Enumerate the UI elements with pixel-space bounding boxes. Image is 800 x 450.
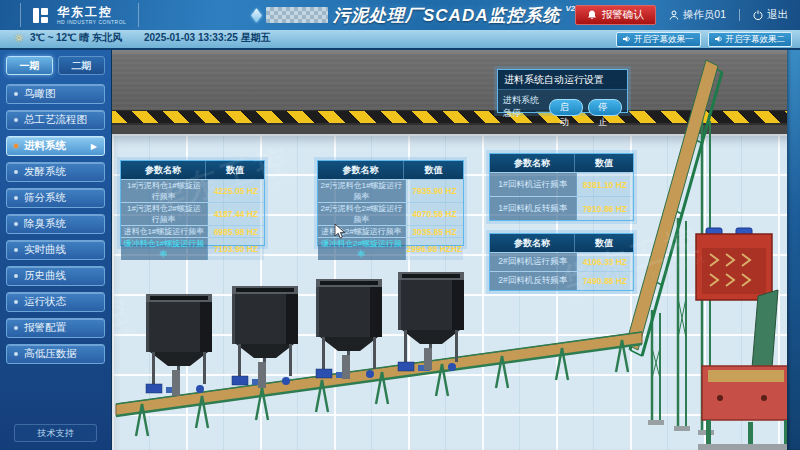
bullet-icon (14, 352, 18, 356)
bullet-icon (14, 326, 18, 330)
table-row: 1#污泥料仓1#螺旋运行频率4225.05 HZ (121, 179, 264, 202)
tab-phase-1[interactable]: 一期 (6, 56, 53, 75)
bullet-icon (14, 196, 18, 200)
sidebar-nav: 一期 二期 鸟瞰图 总工艺流程图 进料系统 ▶ 发酵系统 筛分系统 除臭系统 实… (0, 48, 112, 450)
title-text: 污泥处理厂SCADA监控系统 (333, 4, 560, 27)
main-3d-viewport: 进料系统自动运行设置 进料系统急停 启动 停止 参数名称数值 1#污泥料仓1#螺… (112, 48, 800, 450)
start-button[interactable]: 启动 (549, 99, 583, 116)
return-feeder-machine (696, 228, 778, 368)
bullet-icon (14, 248, 18, 252)
sidebar-item-birdview[interactable]: 鸟瞰图 (6, 84, 105, 104)
chevron-right-icon: ▶ (91, 142, 97, 151)
data-panel-line1: 参数名称数值 1#污泥料仓1#螺旋运行频率4225.05 HZ 1#污泥料仓2#… (120, 160, 265, 246)
table-row: 缓冲料仓1#螺旋运行频率7103.90 HZ (121, 237, 264, 260)
table-row: 2#污泥料仓1#螺旋运行频率7935.90 HZ (318, 179, 463, 202)
logo-subtitle: HD INDUSTRY CONTROL (57, 20, 126, 25)
logout-button[interactable]: 退出 (753, 8, 788, 22)
bullet-icon (14, 300, 18, 304)
page-title: 污泥处理厂SCADA监控系统 V2.0.1 (252, 0, 603, 30)
sidebar-item-history-curve[interactable]: 历史曲线 (6, 266, 105, 286)
bullet-icon (14, 118, 18, 122)
bullet-icon (14, 274, 18, 278)
bullet-icon (14, 144, 18, 148)
sidebar-item-fermentation[interactable]: 发酵系统 (6, 162, 105, 182)
marquee-effect-2-button[interactable]: 开启字幕效果二 (708, 32, 793, 47)
table-row: 1#回料机运行频率8381.10 HZ (490, 172, 633, 196)
stop-button[interactable]: 停止 (588, 99, 622, 116)
divider (739, 9, 740, 21)
data-panel-feeder1: 参数名称数值 1#回料机运行频率8381.10 HZ 1#回料机反转频率7910… (489, 153, 634, 221)
sun-icon: ☼ (14, 32, 24, 45)
sidebar-item-process-flow[interactable]: 总工艺流程图 (6, 110, 105, 130)
power-icon (753, 10, 763, 20)
sidebar-item-alarm-config[interactable]: 报警配置 (6, 318, 105, 338)
marquee-effect-1-button[interactable]: 开启字幕效果一 (616, 32, 701, 47)
status-bar: ☼ 3℃ ~ 12℃ 晴 东北风 2025-01-03 13:33:25 星期五… (0, 30, 800, 50)
viewport-edge-band (787, 48, 800, 450)
speaker-icon (623, 35, 631, 45)
diamond-icon (251, 8, 262, 23)
bell-icon (587, 10, 597, 20)
sidebar-item-hv-lv-data[interactable]: 高低压数据 (6, 344, 105, 364)
table-row: 2#回料机运行频率4106.33 HZ (490, 252, 633, 271)
operator-menu[interactable]: 操作员01 (669, 8, 726, 22)
sidebar-item-running-status[interactable]: 运行状态 (6, 292, 105, 312)
alarm-confirm-button[interactable]: 报警确认 (575, 5, 656, 25)
estop-label: 进料系统急停 (503, 94, 544, 120)
speaker-icon (715, 35, 723, 45)
bullet-icon (14, 170, 18, 174)
sidebar-item-realtime-curve[interactable]: 实时曲线 (6, 240, 105, 260)
auto-run-settings-panel: 进料系统自动运行设置 进料系统急停 启动 停止 (497, 69, 628, 113)
tab-phase-2[interactable]: 二期 (58, 56, 105, 75)
sidebar-item-deodorization[interactable]: 除臭系统 (6, 214, 105, 234)
logo-icon (33, 8, 49, 23)
table-row: 1#回料机反转频率7910.86 HZ (490, 196, 633, 220)
panel-title: 进料系统自动运行设置 (498, 70, 627, 90)
table-row: 2#回料机反转频率7490.88 HZ (490, 271, 633, 290)
sidebar-item-feeding-system[interactable]: 进料系统 ▶ (6, 136, 105, 156)
brand-logo: 华东工控 HD INDUSTRY CONTROL (20, 3, 139, 27)
censored-plant-name (266, 7, 328, 23)
bullet-icon (14, 222, 18, 226)
logo-title: 华东工控 (57, 6, 126, 18)
sidebar-item-screening[interactable]: 筛分系统 (6, 188, 105, 208)
weather-text: 3℃ ~ 12℃ 晴 东北风 (30, 31, 122, 45)
data-panel-feeder2: 参数名称数值 2#回料机运行频率4106.33 HZ 2#回料机反转频率7490… (489, 233, 634, 291)
user-icon (669, 10, 679, 20)
mouse-cursor (334, 224, 348, 244)
header-bar: 华东工控 HD INDUSTRY CONTROL 污泥处理厂SCADA监控系统 … (0, 0, 800, 31)
table-row: 1#污泥料仓2#螺旋运行频率4187.44 HZ (121, 202, 264, 225)
tech-support-link[interactable]: 技术支持 (14, 424, 97, 442)
datetime-text: 2025-01-03 13:33:25 星期五 (144, 31, 271, 45)
lower-feed-box (698, 366, 794, 450)
table-row: 进料仓1#螺旋运行频率6985.98 HZ (121, 225, 264, 237)
table-row: 2#污泥料仓2#螺旋运行频率4070.56 HZ (318, 202, 463, 225)
scada-app: 华东工控 HD INDUSTRY CONTROL 污泥处理厂SCADA监控系统 … (0, 0, 800, 450)
bullet-icon (14, 92, 18, 96)
